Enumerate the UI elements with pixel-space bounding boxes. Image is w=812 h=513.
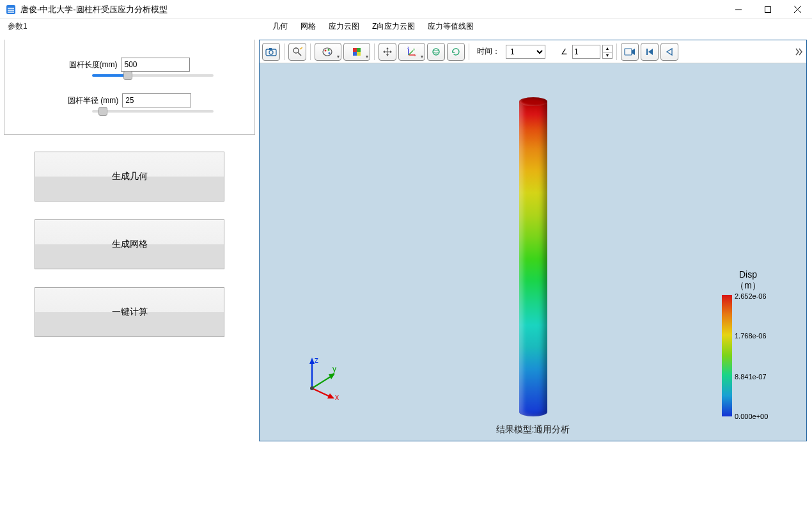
svg-point-27 [433, 49, 439, 55]
spin-down[interactable]: ▼ [603, 52, 612, 59]
cube-color-icon[interactable]: ▾ [343, 43, 370, 61]
camera-icon[interactable] [262, 43, 280, 61]
sidebar: 圆杆长度(mm) 圆杆半径 (mm) 生成几何 生成网格 一键计算 [0, 33, 259, 513]
svg-point-8 [293, 48, 299, 53]
svg-line-9 [298, 52, 301, 56]
tab-stress-cloud[interactable]: 应力云图 [322, 20, 366, 33]
play-prev-icon[interactable] [660, 43, 678, 61]
legend-tick-3: 0.000e+00 [735, 413, 768, 420]
svg-rect-29 [625, 49, 632, 55]
refresh-icon[interactable] [447, 43, 465, 61]
action-buttons: 生成几何 生成网格 一键计算 [0, 138, 259, 355]
svg-line-23 [409, 51, 413, 55]
svg-rect-2 [765, 6, 771, 12]
svg-line-34 [312, 375, 332, 388]
generate-geometry-button[interactable]: 生成几何 [35, 152, 224, 201]
viewport-toolbar: ▾ ▾ zxy▾ 时间： 1 ∠ ▲ ▼ [260, 40, 806, 63]
legend-tick-2: 8.841e-07 [735, 373, 767, 381]
expand-icon[interactable] [795, 43, 804, 61]
svg-text:x: x [414, 53, 416, 57]
radius-input[interactable] [122, 93, 191, 107]
maximize-button[interactable] [753, 0, 783, 19]
svg-point-40 [310, 386, 314, 390]
legend-gradient [722, 295, 732, 416]
axis-triad: z y x [302, 356, 347, 401]
svg-point-11 [323, 48, 332, 56]
svg-line-37 [312, 388, 331, 397]
minimize-button[interactable] [724, 0, 753, 19]
angle-icon: ∠ [558, 47, 570, 56]
app-icon [5, 4, 17, 15]
skip-start-icon[interactable] [641, 43, 659, 61]
parameter-panel: 圆杆长度(mm) 圆杆半径 (mm) [4, 40, 255, 135]
svg-text:y: y [413, 47, 415, 51]
svg-rect-7 [269, 48, 272, 50]
color-legend: Disp （m） 2.652e-06 1.768e-06 8.841e-07 0… [713, 269, 783, 292]
svg-line-10 [300, 47, 302, 49]
record-icon[interactable] [621, 43, 639, 61]
radius-slider[interactable] [92, 110, 214, 113]
palette-icon[interactable]: ▾ [315, 43, 341, 61]
cylinder-model [519, 102, 547, 416]
rotate-icon[interactable] [427, 43, 445, 61]
svg-rect-16 [357, 48, 361, 52]
move-icon[interactable] [379, 43, 396, 61]
window-controls [724, 0, 812, 19]
svg-point-28 [433, 51, 439, 53]
time-label: 时间： [473, 46, 504, 57]
svg-rect-15 [353, 48, 357, 52]
svg-rect-18 [357, 52, 361, 56]
close-button[interactable] [783, 0, 812, 19]
svg-point-12 [325, 49, 327, 51]
axes-icon[interactable]: zxy▾ [398, 43, 425, 61]
svg-rect-30 [646, 49, 648, 55]
legend-tick-0: 2.652e-06 [735, 292, 767, 300]
generate-mesh-button[interactable]: 生成网格 [35, 219, 224, 269]
svg-marker-32 [309, 358, 315, 364]
zoom-icon[interactable] [288, 43, 306, 61]
svg-point-14 [329, 52, 331, 54]
svg-marker-35 [329, 374, 335, 379]
svg-text:x: x [335, 393, 339, 402]
spin-input[interactable] [572, 45, 600, 59]
main-tabs: 几何 网格 应力云图 Z向应力云图 应力等值线图 [266, 20, 480, 33]
svg-text:y: y [332, 365, 336, 374]
length-slider[interactable] [92, 74, 214, 77]
compute-button[interactable]: 一键计算 [35, 287, 224, 337]
length-label: 圆杆长度(mm) [69, 59, 118, 70]
sidebar-tab-label[interactable]: 参数1 [0, 21, 262, 32]
legend-title-1: Disp [713, 269, 783, 280]
svg-point-6 [269, 51, 273, 54]
svg-text:z: z [407, 47, 409, 49]
window-title: 唐俊-中北大学-圆柱杆受压应力分析模型 [20, 4, 724, 15]
legend-title-2: （m） [713, 280, 783, 291]
time-select[interactable]: 1 [506, 45, 545, 59]
viewport-caption: 结果模型:通用分析 [260, 424, 806, 436]
svg-text:z: z [315, 356, 318, 365]
canvas-3d[interactable]: z y x 结果模型:通用分析 Disp （m） [260, 63, 806, 441]
svg-point-13 [328, 49, 330, 51]
window-titlebar: 唐俊-中北大学-圆柱杆受压应力分析模型 [0, 0, 812, 19]
legend-tick-1: 1.768e-06 [735, 332, 767, 340]
tab-stress-contour[interactable]: 应力等值线图 [421, 20, 480, 33]
viewport: ▾ ▾ zxy▾ 时间： 1 ∠ ▲ ▼ [259, 40, 807, 441]
tab-z-stress-cloud[interactable]: Z向应力云图 [366, 20, 421, 33]
length-input[interactable] [121, 58, 190, 72]
svg-rect-0 [6, 5, 15, 14]
svg-rect-17 [353, 52, 357, 56]
tab-mesh[interactable]: 网格 [294, 20, 322, 33]
radius-label: 圆杆半径 (mm) [68, 95, 118, 106]
tab-geometry[interactable]: 几何 [266, 20, 294, 33]
spin-up[interactable]: ▲ [603, 45, 612, 52]
menubar: 参数1 几何 网格 应力云图 Z向应力云图 应力等值线图 [0, 19, 812, 33]
